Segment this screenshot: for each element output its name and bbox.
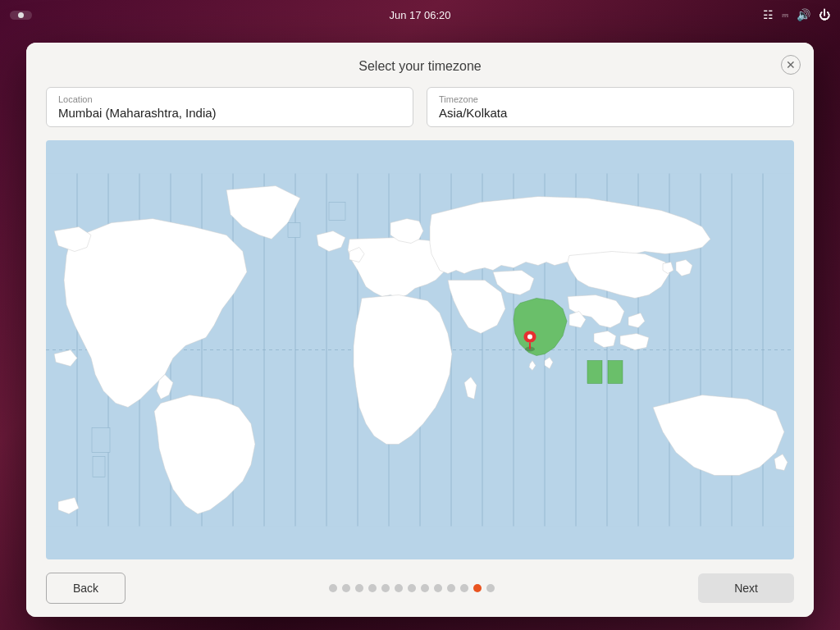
fields-row: Location Mumbai (Maharashtra, India) Tim…: [26, 87, 814, 140]
tz-box-india-1: [587, 361, 602, 384]
location-label: Location: [58, 94, 401, 104]
tz-box-india-2: [608, 361, 623, 384]
timezone-map[interactable]: [46, 140, 794, 559]
pagination-dots: [329, 584, 495, 592]
dot-8: [421, 584, 429, 592]
world-map-svg: [46, 140, 794, 559]
dot-6: [395, 584, 403, 592]
topbar: Jun 17 06:20 ☷ ⎓ 🔊 ⏻: [0, 0, 840, 30]
tz-box-2: [93, 457, 105, 477]
dot-11: [460, 584, 468, 592]
timezone-label: Timezone: [439, 94, 782, 104]
svg-point-25: [527, 335, 532, 340]
back-button[interactable]: Back: [46, 573, 126, 604]
volume-icon[interactable]: 🔊: [797, 8, 810, 21]
tz-box-4: [329, 203, 345, 221]
dot-5: [381, 584, 390, 592]
dot-9: [434, 584, 442, 592]
location-value: Mumbai (Maharashtra, India): [58, 106, 401, 120]
network-icon[interactable]: ⎓: [782, 8, 788, 21]
dialog-title: Select your timezone: [358, 59, 481, 74]
tz-box-3: [288, 223, 300, 238]
dot-12-active: [473, 584, 482, 592]
dialog-footer: Back Next: [26, 559, 814, 617]
dot-10: [447, 584, 455, 592]
timezone-field[interactable]: Timezone Asia/Kolkata: [427, 87, 794, 127]
topbar-pill: [10, 11, 32, 20]
topbar-dot: [18, 12, 24, 18]
location-field[interactable]: Location Mumbai (Maharashtra, India): [46, 87, 413, 127]
topbar-datetime: Jun 17 06:20: [389, 9, 450, 21]
dialog: Select your timezone ✕ Location Mumbai (…: [26, 43, 814, 617]
timezone-value: Asia/Kolkata: [439, 106, 782, 120]
user-icon[interactable]: ☷: [763, 8, 774, 21]
dot-3: [355, 584, 363, 592]
dot-7: [408, 584, 416, 592]
dot-1: [329, 584, 337, 592]
close-button[interactable]: ✕: [781, 55, 801, 75]
power-icon[interactable]: ⏻: [819, 8, 830, 21]
tz-box-1: [92, 428, 110, 453]
topbar-right: ☷ ⎓ 🔊 ⏻: [763, 8, 830, 21]
dot-4: [368, 584, 377, 592]
dialog-header: Select your timezone ✕: [26, 43, 814, 87]
next-button[interactable]: Next: [698, 573, 794, 603]
dot-2: [342, 584, 350, 592]
dot-13: [486, 584, 495, 592]
topbar-left: [10, 11, 32, 20]
main-area: Select your timezone ✕ Location Mumbai (…: [0, 30, 840, 630]
